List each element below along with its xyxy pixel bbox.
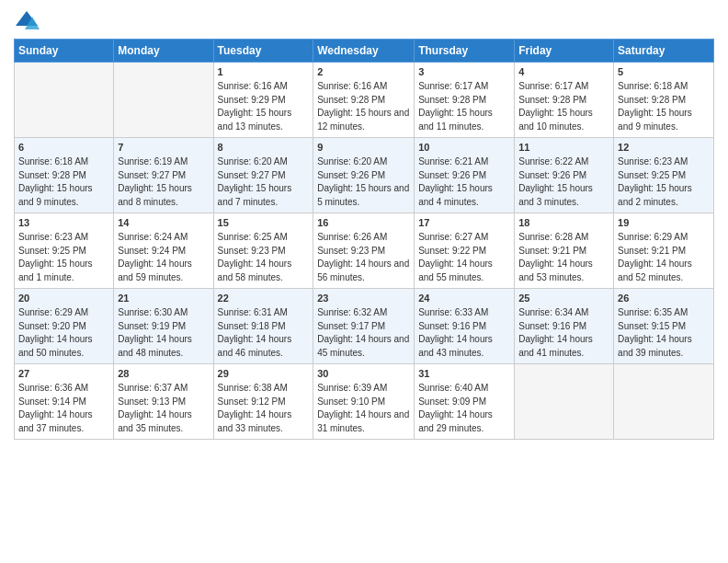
day-number: 28 bbox=[118, 367, 209, 381]
calendar-header-row: Sunday Monday Tuesday Wednesday Thursday… bbox=[15, 40, 714, 63]
table-row: 4Sunrise: 6:17 AM Sunset: 9:28 PM Daylig… bbox=[515, 63, 614, 138]
table-row bbox=[614, 364, 714, 440]
table-row: 29Sunrise: 6:38 AM Sunset: 9:12 PM Dayli… bbox=[213, 364, 313, 440]
day-info: Sunrise: 6:29 AM Sunset: 9:20 PM Dayligh… bbox=[18, 306, 109, 360]
day-info: Sunrise: 6:32 AM Sunset: 9:17 PM Dayligh… bbox=[317, 306, 410, 360]
day-number: 22 bbox=[218, 292, 310, 305]
day-info: Sunrise: 6:37 AM Sunset: 9:13 PM Dayligh… bbox=[118, 382, 209, 435]
day-number: 23 bbox=[317, 292, 410, 305]
day-info: Sunrise: 6:30 AM Sunset: 9:19 PM Dayligh… bbox=[118, 306, 209, 360]
day-number: 10 bbox=[418, 141, 510, 155]
table-row: 27Sunrise: 6:36 AM Sunset: 9:14 PM Dayli… bbox=[15, 364, 114, 440]
col-wednesday: Wednesday bbox=[313, 40, 415, 63]
day-info: Sunrise: 6:19 AM Sunset: 9:27 PM Dayligh… bbox=[118, 155, 209, 209]
day-number: 2 bbox=[317, 65, 410, 79]
day-number: 26 bbox=[618, 292, 710, 305]
col-tuesday: Tuesday bbox=[213, 40, 313, 63]
table-row: 8Sunrise: 6:20 AM Sunset: 9:27 PM Daylig… bbox=[213, 138, 313, 213]
day-number: 16 bbox=[317, 216, 410, 230]
day-number: 6 bbox=[18, 141, 109, 155]
day-number: 4 bbox=[518, 65, 609, 79]
logo bbox=[14, 9, 43, 31]
table-row: 15Sunrise: 6:25 AM Sunset: 9:23 PM Dayli… bbox=[213, 213, 313, 289]
table-row: 12Sunrise: 6:23 AM Sunset: 9:25 PM Dayli… bbox=[614, 138, 714, 213]
day-info: Sunrise: 6:38 AM Sunset: 9:12 PM Dayligh… bbox=[218, 382, 310, 435]
day-number: 8 bbox=[218, 141, 310, 155]
day-info: Sunrise: 6:22 AM Sunset: 9:26 PM Dayligh… bbox=[518, 155, 609, 209]
day-info: Sunrise: 6:29 AM Sunset: 9:21 PM Dayligh… bbox=[618, 231, 710, 284]
day-info: Sunrise: 6:20 AM Sunset: 9:27 PM Dayligh… bbox=[218, 155, 310, 209]
day-info: Sunrise: 6:16 AM Sunset: 9:29 PM Dayligh… bbox=[218, 80, 310, 133]
col-monday: Monday bbox=[114, 40, 213, 63]
day-number: 30 bbox=[317, 367, 410, 381]
table-row: 5Sunrise: 6:18 AM Sunset: 9:28 PM Daylig… bbox=[614, 63, 714, 138]
day-number: 3 bbox=[418, 65, 510, 79]
table-row: 22Sunrise: 6:31 AM Sunset: 9:18 PM Dayli… bbox=[213, 289, 313, 364]
day-info: Sunrise: 6:27 AM Sunset: 9:22 PM Dayligh… bbox=[418, 231, 510, 284]
day-number: 20 bbox=[18, 292, 109, 305]
day-number: 19 bbox=[618, 216, 710, 230]
day-number: 13 bbox=[18, 216, 109, 230]
table-row: 17Sunrise: 6:27 AM Sunset: 9:22 PM Dayli… bbox=[415, 213, 515, 289]
day-number: 31 bbox=[418, 367, 510, 381]
table-row: 7Sunrise: 6:19 AM Sunset: 9:27 PM Daylig… bbox=[114, 138, 213, 213]
table-row: 6Sunrise: 6:18 AM Sunset: 9:28 PM Daylig… bbox=[15, 138, 114, 213]
table-row: 1Sunrise: 6:16 AM Sunset: 9:29 PM Daylig… bbox=[213, 63, 313, 138]
day-info: Sunrise: 6:20 AM Sunset: 9:26 PM Dayligh… bbox=[317, 155, 410, 209]
logo-icon bbox=[14, 9, 40, 31]
col-thursday: Thursday bbox=[415, 40, 515, 63]
calendar-table: Sunday Monday Tuesday Wednesday Thursday… bbox=[14, 39, 714, 440]
day-info: Sunrise: 6:17 AM Sunset: 9:28 PM Dayligh… bbox=[418, 80, 510, 133]
day-info: Sunrise: 6:18 AM Sunset: 9:28 PM Dayligh… bbox=[18, 155, 109, 209]
page: Sunday Monday Tuesday Wednesday Thursday… bbox=[0, 0, 728, 563]
day-info: Sunrise: 6:23 AM Sunset: 9:25 PM Dayligh… bbox=[618, 155, 710, 209]
day-number: 12 bbox=[618, 141, 710, 155]
day-info: Sunrise: 6:40 AM Sunset: 9:09 PM Dayligh… bbox=[418, 382, 510, 435]
calendar-week-row: 27Sunrise: 6:36 AM Sunset: 9:14 PM Dayli… bbox=[15, 364, 714, 440]
day-info: Sunrise: 6:35 AM Sunset: 9:15 PM Dayligh… bbox=[618, 306, 710, 360]
day-info: Sunrise: 6:34 AM Sunset: 9:16 PM Dayligh… bbox=[518, 306, 609, 360]
day-number: 27 bbox=[18, 367, 109, 381]
day-number: 1 bbox=[218, 65, 310, 79]
col-friday: Friday bbox=[515, 40, 614, 63]
day-number: 9 bbox=[317, 141, 410, 155]
calendar-week-row: 20Sunrise: 6:29 AM Sunset: 9:20 PM Dayli… bbox=[15, 289, 714, 364]
table-row: 3Sunrise: 6:17 AM Sunset: 9:28 PM Daylig… bbox=[415, 63, 515, 138]
table-row: 10Sunrise: 6:21 AM Sunset: 9:26 PM Dayli… bbox=[415, 138, 515, 213]
table-row: 31Sunrise: 6:40 AM Sunset: 9:09 PM Dayli… bbox=[415, 364, 515, 440]
table-row bbox=[515, 364, 614, 440]
day-info: Sunrise: 6:18 AM Sunset: 9:28 PM Dayligh… bbox=[618, 80, 710, 133]
day-info: Sunrise: 6:31 AM Sunset: 9:18 PM Dayligh… bbox=[218, 306, 310, 360]
day-number: 18 bbox=[518, 216, 609, 230]
table-row: 20Sunrise: 6:29 AM Sunset: 9:20 PM Dayli… bbox=[15, 289, 114, 364]
day-info: Sunrise: 6:33 AM Sunset: 9:16 PM Dayligh… bbox=[418, 306, 510, 360]
table-row: 30Sunrise: 6:39 AM Sunset: 9:10 PM Dayli… bbox=[313, 364, 415, 440]
calendar-week-row: 13Sunrise: 6:23 AM Sunset: 9:25 PM Dayli… bbox=[15, 213, 714, 289]
table-row: 24Sunrise: 6:33 AM Sunset: 9:16 PM Dayli… bbox=[415, 289, 515, 364]
day-number: 29 bbox=[218, 367, 310, 381]
day-info: Sunrise: 6:17 AM Sunset: 9:28 PM Dayligh… bbox=[518, 80, 609, 133]
table-row bbox=[15, 63, 114, 138]
table-row: 14Sunrise: 6:24 AM Sunset: 9:24 PM Dayli… bbox=[114, 213, 213, 289]
day-info: Sunrise: 6:16 AM Sunset: 9:28 PM Dayligh… bbox=[317, 80, 410, 133]
table-row: 2Sunrise: 6:16 AM Sunset: 9:28 PM Daylig… bbox=[313, 63, 415, 138]
table-row: 23Sunrise: 6:32 AM Sunset: 9:17 PM Dayli… bbox=[313, 289, 415, 364]
day-info: Sunrise: 6:39 AM Sunset: 9:10 PM Dayligh… bbox=[317, 382, 410, 435]
table-row: 28Sunrise: 6:37 AM Sunset: 9:13 PM Dayli… bbox=[114, 364, 213, 440]
day-number: 15 bbox=[218, 216, 310, 230]
day-number: 21 bbox=[118, 292, 209, 305]
day-number: 17 bbox=[418, 216, 510, 230]
table-row: 11Sunrise: 6:22 AM Sunset: 9:26 PM Dayli… bbox=[515, 138, 614, 213]
day-number: 14 bbox=[118, 216, 209, 230]
day-info: Sunrise: 6:26 AM Sunset: 9:23 PM Dayligh… bbox=[317, 231, 410, 284]
table-row: 18Sunrise: 6:28 AM Sunset: 9:21 PM Dayli… bbox=[515, 213, 614, 289]
day-number: 7 bbox=[118, 141, 209, 155]
table-row: 26Sunrise: 6:35 AM Sunset: 9:15 PM Dayli… bbox=[614, 289, 714, 364]
day-info: Sunrise: 6:21 AM Sunset: 9:26 PM Dayligh… bbox=[418, 155, 510, 209]
table-row: 16Sunrise: 6:26 AM Sunset: 9:23 PM Dayli… bbox=[313, 213, 415, 289]
table-row: 19Sunrise: 6:29 AM Sunset: 9:21 PM Dayli… bbox=[614, 213, 714, 289]
calendar-week-row: 1Sunrise: 6:16 AM Sunset: 9:29 PM Daylig… bbox=[15, 63, 714, 138]
day-number: 5 bbox=[618, 65, 710, 79]
day-info: Sunrise: 6:28 AM Sunset: 9:21 PM Dayligh… bbox=[518, 231, 609, 284]
day-info: Sunrise: 6:36 AM Sunset: 9:14 PM Dayligh… bbox=[18, 382, 109, 435]
